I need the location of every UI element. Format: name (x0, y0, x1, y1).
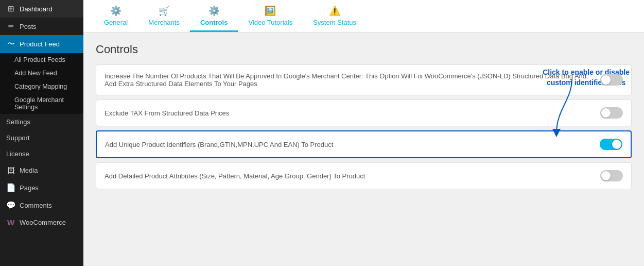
setting-label-google-merchant-fix: Increase The Number Of Products That Wil… (105, 72, 600, 88)
video-tutorials-tab-icon: 🖼️ (265, 5, 276, 16)
sidebar-item-comments[interactable]: 💬 Comments (0, 196, 83, 214)
main-area: ⚙️ General 🛒 Merchants ⚙️ Controls 🖼️ Vi… (83, 0, 644, 266)
setting-label-detailed-attributes: Add Detailed Product Attributes (Size, P… (105, 172, 600, 180)
dashboard-icon: ⊞ (6, 4, 15, 13)
sidebar: ⊞ Dashboard ✏ Posts 〜 Product Feed All P… (0, 0, 83, 266)
pages-icon: 📄 (6, 183, 15, 192)
sidebar-item-settings[interactable]: Settings (0, 114, 83, 130)
merchants-tab-icon: 🛒 (159, 5, 170, 16)
setting-label-exclude-tax: Exclude TAX From Structured Data Prices (105, 109, 600, 117)
setting-row-detailed-attributes: Add Detailed Product Attributes (Size, P… (96, 162, 632, 189)
sidebar-item-add-new-feed[interactable]: Add New Feed (0, 66, 83, 80)
tab-merchants[interactable]: 🛒 Merchants (138, 0, 190, 32)
toggle-knob-exclude-tax (601, 108, 611, 118)
toggle-exclude-tax[interactable] (600, 107, 623, 119)
tab-video-tutorials[interactable]: 🖼️ Video Tutorials (238, 0, 303, 32)
toggle-google-merchant-fix[interactable] (600, 74, 623, 86)
media-icon: 🖼 (6, 166, 15, 175)
product-feed-icon: 〜 (6, 39, 15, 49)
sidebar-item-category-mapping[interactable]: Category Mapping (0, 80, 83, 93)
posts-icon: ✏ (6, 22, 15, 31)
sidebar-item-license[interactable]: License (0, 146, 83, 162)
sidebar-item-woocommerce[interactable]: W WooCommerce (0, 214, 83, 231)
sidebar-item-posts[interactable]: ✏ Posts (0, 18, 83, 35)
sidebar-item-pages[interactable]: 📄 Pages (0, 179, 83, 196)
sidebar-item-all-product-feeds[interactable]: All Product Feeds (0, 53, 83, 66)
comments-icon: 💬 (6, 201, 15, 210)
sidebar-item-media[interactable]: 🖼 Media (0, 162, 83, 179)
sidebar-item-dashboard[interactable]: ⊞ Dashboard (0, 0, 83, 18)
sidebar-item-support[interactable]: Support (0, 130, 83, 146)
general-tab-icon: ⚙️ (110, 5, 121, 16)
toggle-knob-google-merchant-fix (601, 75, 611, 85)
sidebar-item-google-merchant-settings[interactable]: Google Merchant Settings (0, 93, 83, 114)
tab-bar: ⚙️ General 🛒 Merchants ⚙️ Controls 🖼️ Vi… (83, 0, 644, 32)
sidebar-item-product-feed[interactable]: 〜 Product Feed (0, 35, 83, 53)
tab-controls[interactable]: ⚙️ Controls (190, 0, 238, 32)
toggle-knob-detailed-attributes (601, 171, 611, 180)
woocommerce-icon: W (6, 218, 15, 227)
controls-tab-icon: ⚙️ (208, 5, 220, 16)
setting-label-unique-identifiers: Add Unique Product Identifiers (Brand,GT… (105, 141, 600, 148)
toggle-unique-identifiers[interactable] (600, 139, 622, 150)
sidebar-submenu: All Product Feeds Add New Feed Category … (0, 53, 83, 114)
page-title: Controls (96, 43, 632, 56)
system-status-tab-icon: ⚠️ (329, 5, 340, 16)
tab-general[interactable]: ⚙️ General (94, 0, 138, 32)
content-area: Controls Click to enable or disablecusto… (83, 32, 644, 266)
toggle-detailed-attributes[interactable] (600, 170, 623, 181)
tab-system-status[interactable]: ⚠️ System Status (303, 0, 367, 32)
annotation-arrow (551, 79, 593, 136)
toggle-knob-unique-identifiers (612, 140, 621, 149)
